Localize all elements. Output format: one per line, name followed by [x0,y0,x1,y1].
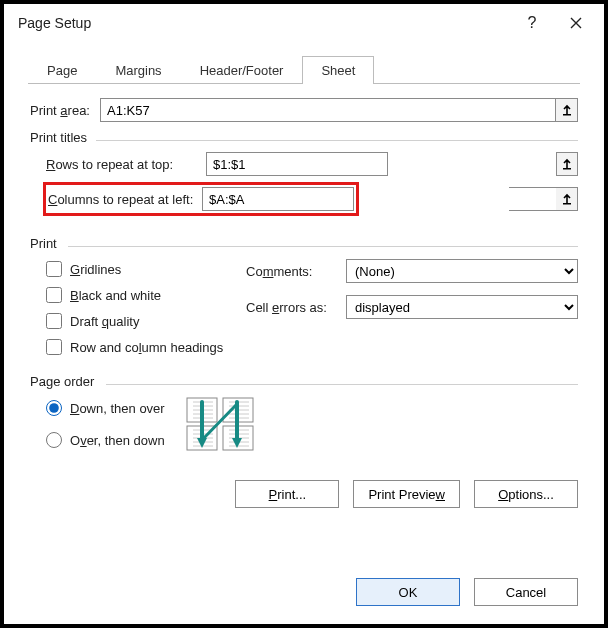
tab-header-footer[interactable]: Header/Footer [181,56,303,84]
page-order-group: Page order Down, then over Over, then do… [30,376,578,458]
comments-label: Comments: [246,264,346,279]
print-titles-group: Print titles Rows to repeat at top: [30,132,578,228]
cancel-button[interactable]: Cancel [474,578,578,606]
collapse-icon [561,104,573,116]
cols-repeat-label: Columns to repeat at left: [48,192,202,207]
print-area-label: Print area: [30,103,90,118]
tab-row: Page Margins Header/Footer Sheet [4,56,604,84]
comments-select[interactable]: (None) [346,259,578,283]
rows-repeat-input[interactable] [206,152,388,176]
print-titles-legend: Print titles [30,130,93,145]
highlight-box: Columns to repeat at left: [43,182,359,216]
print-preview-button[interactable]: Print Preview [353,480,460,508]
options-button[interactable]: Options... [474,480,578,508]
cell-errors-row: Cell errors as: displayed [246,292,578,322]
print-legend: Print [30,236,63,251]
over-then-down-radio[interactable]: Over, then down [46,429,165,451]
tab-margins[interactable]: Margins [96,56,180,84]
help-button[interactable]: ? [510,8,554,38]
print-area-input[interactable] [100,98,556,122]
rows-repeat-label: Rows to repeat at top: [46,157,206,172]
close-icon [570,17,582,29]
tab-sheet[interactable]: Sheet [302,56,374,84]
titlebar: Page Setup ? [4,4,604,42]
print-area-row: Print area: [30,98,578,122]
collapse-icon [561,158,573,170]
rows-repeat-ref-button[interactable] [556,152,578,176]
cols-repeat-row: Columns to repeat at left: [46,182,578,216]
comments-row: Comments: (None) [246,256,578,286]
rows-repeat-row: Rows to repeat at top: [46,152,578,176]
svg-rect-0 [563,114,571,116]
dialog-title: Page Setup [18,15,510,31]
secondary-buttons: Print... Print Preview Options... [4,458,604,508]
ok-button[interactable]: OK [356,578,460,606]
close-button[interactable] [554,8,598,38]
cell-errors-label: Cell errors as: [246,300,346,315]
print-group: Print Gridlines Black and white Draft qu… [30,238,578,366]
page-order-legend: Page order [30,374,100,389]
down-then-over-radio[interactable]: Down, then over [46,397,165,419]
print-button[interactable]: Print... [235,480,339,508]
cols-repeat-ref-button[interactable] [556,187,578,211]
collapse-icon [561,193,573,205]
cols-repeat-input[interactable] [202,187,354,211]
svg-rect-2 [563,203,571,205]
cell-errors-select[interactable]: displayed [346,295,578,319]
tab-page[interactable]: Page [28,56,96,84]
print-area-ref-button[interactable] [556,98,578,122]
row-col-headings-checkbox[interactable]: Row and column headings [46,334,246,360]
black-white-checkbox[interactable]: Black and white [46,282,246,308]
page-order-graphic [185,396,257,452]
dialog-footer: OK Cancel [4,562,604,624]
page-setup-dialog: Page Setup ? Page Margins Header/Footer … [4,4,604,624]
svg-rect-1 [563,168,571,170]
gridlines-checkbox[interactable]: Gridlines [46,256,246,282]
draft-quality-checkbox[interactable]: Draft quality [46,308,246,334]
